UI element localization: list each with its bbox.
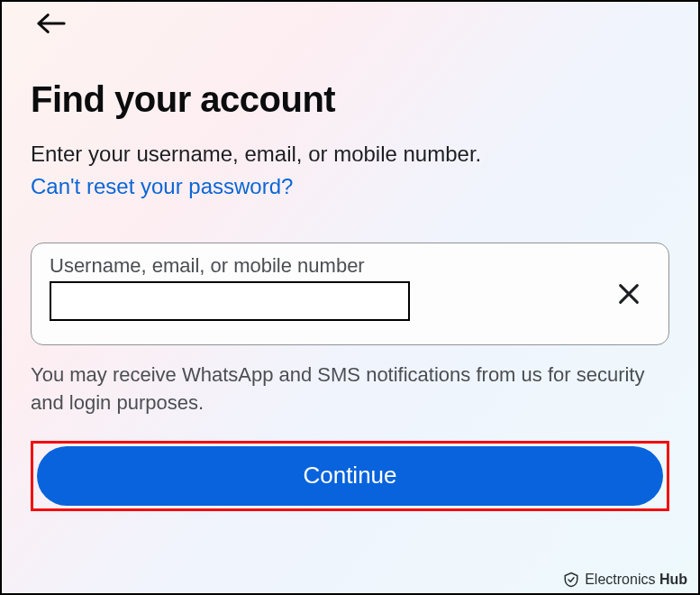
page-subtitle: Enter your username, email, or mobile nu… xyxy=(31,140,669,169)
continue-highlight-box: Continue xyxy=(31,441,669,511)
close-icon xyxy=(616,281,641,307)
sms-notice: You may receive WhatsApp and SMS notific… xyxy=(31,362,669,417)
arrow-left-icon xyxy=(36,13,67,34)
brand-text-main: Electronics xyxy=(585,572,655,587)
identifier-field-inner: Username, email, or mobile number xyxy=(50,254,650,321)
brand-name: Electronics Hub xyxy=(585,572,687,588)
continue-button[interactable]: Continue xyxy=(37,446,663,506)
clear-input-button[interactable] xyxy=(614,279,643,308)
identifier-label: Username, email, or mobile number xyxy=(50,254,650,278)
reset-password-link[interactable]: Can't reset your password? xyxy=(31,174,293,199)
screen: Find your account Enter your username, e… xyxy=(0,0,700,595)
brand-logo-icon xyxy=(563,572,579,588)
brand-text-suffix: Hub xyxy=(659,572,687,587)
page-title: Find your account xyxy=(31,79,669,120)
watermark: Electronics Hub xyxy=(563,572,687,588)
identifier-field[interactable]: Username, email, or mobile number xyxy=(31,243,669,345)
identifier-input[interactable] xyxy=(50,281,410,321)
back-button[interactable] xyxy=(36,11,68,36)
